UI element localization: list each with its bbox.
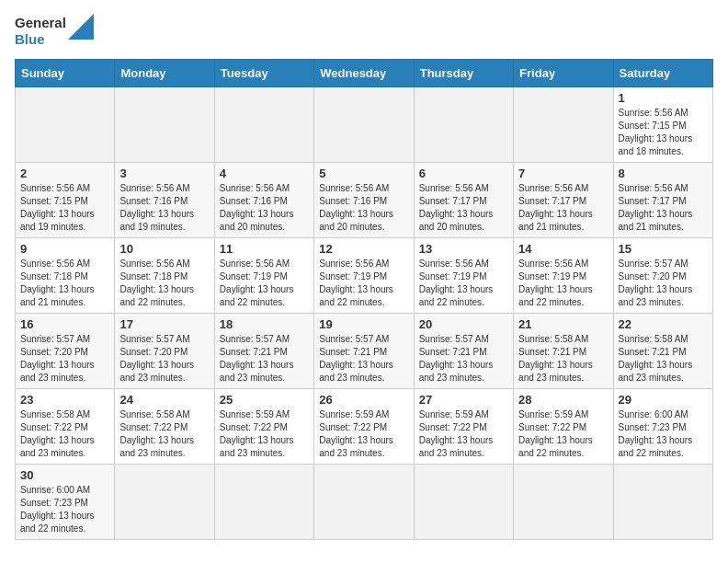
calendar-day-cell: 22Sunrise: 5:58 AM Sunset: 7:21 PM Dayli… xyxy=(613,314,712,389)
calendar-day-cell: 20Sunrise: 5:57 AM Sunset: 7:21 PM Dayli… xyxy=(414,314,513,389)
day-info: Sunrise: 5:56 AM Sunset: 7:19 PM Dayligh… xyxy=(319,258,408,309)
calendar-day-cell xyxy=(115,465,214,540)
day-info: Sunrise: 6:00 AM Sunset: 7:23 PM Dayligh… xyxy=(619,408,708,460)
calendar-day-cell: 1Sunrise: 5:56 AM Sunset: 7:15 PM Daylig… xyxy=(613,87,712,163)
day-number: 18 xyxy=(220,317,309,331)
day-number: 1 xyxy=(619,91,708,105)
calendar-week-row: 30Sunrise: 6:00 AM Sunset: 7:23 PM Dayli… xyxy=(16,465,713,540)
day-number: 20 xyxy=(419,317,508,331)
calendar-day-cell: 11Sunrise: 5:56 AM Sunset: 7:19 PM Dayli… xyxy=(214,238,313,314)
calendar-day-cell xyxy=(214,465,313,540)
calendar-day-cell: 5Sunrise: 5:56 AM Sunset: 7:16 PM Daylig… xyxy=(314,163,414,238)
day-number: 10 xyxy=(119,242,209,256)
calendar-day-cell xyxy=(414,87,513,163)
header-thursday: Thursday xyxy=(414,60,513,87)
day-number: 29 xyxy=(619,393,708,407)
header-row: SundayMondayTuesdayWednesdayThursdayFrid… xyxy=(16,60,713,87)
day-info: Sunrise: 5:57 AM Sunset: 7:20 PM Dayligh… xyxy=(119,333,209,385)
calendar-day-cell xyxy=(514,465,613,540)
calendar-day-cell: 17Sunrise: 5:57 AM Sunset: 7:20 PM Dayli… xyxy=(115,314,214,389)
day-info: Sunrise: 5:58 AM Sunset: 7:22 PM Dayligh… xyxy=(20,408,109,460)
day-number: 8 xyxy=(619,167,708,180)
day-info: Sunrise: 5:56 AM Sunset: 7:19 PM Dayligh… xyxy=(419,258,508,309)
day-number: 11 xyxy=(220,242,309,256)
day-info: Sunrise: 5:56 AM Sunset: 7:17 PM Dayligh… xyxy=(619,182,708,234)
day-number: 3 xyxy=(119,167,209,180)
calendar-body: 1Sunrise: 5:56 AM Sunset: 7:15 PM Daylig… xyxy=(16,87,713,540)
day-info: Sunrise: 5:56 AM Sunset: 7:19 PM Dayligh… xyxy=(518,258,608,309)
calendar-day-cell xyxy=(16,87,115,163)
day-number: 19 xyxy=(319,317,408,331)
logo-triangle-icon xyxy=(68,14,94,40)
calendar-day-cell xyxy=(314,87,414,163)
calendar-week-row: 16Sunrise: 5:57 AM Sunset: 7:20 PM Dayli… xyxy=(16,314,713,389)
day-number: 15 xyxy=(619,242,708,256)
calendar-day-cell: 9Sunrise: 5:56 AM Sunset: 7:18 PM Daylig… xyxy=(16,238,115,314)
calendar-day-cell: 23Sunrise: 5:58 AM Sunset: 7:22 PM Dayli… xyxy=(16,389,115,465)
day-number: 25 xyxy=(220,393,309,407)
calendar-day-cell: 18Sunrise: 5:57 AM Sunset: 7:21 PM Dayli… xyxy=(214,314,313,389)
day-info: Sunrise: 6:00 AM Sunset: 7:23 PM Dayligh… xyxy=(20,484,109,535)
calendar-day-cell: 2Sunrise: 5:56 AM Sunset: 7:15 PM Daylig… xyxy=(16,163,115,238)
day-number: 30 xyxy=(20,468,109,482)
calendar-day-cell: 8Sunrise: 5:56 AM Sunset: 7:17 PM Daylig… xyxy=(613,163,712,238)
calendar-day-cell: 14Sunrise: 5:56 AM Sunset: 7:19 PM Dayli… xyxy=(514,238,613,314)
calendar-day-cell xyxy=(613,465,712,540)
header-wednesday: Wednesday xyxy=(314,60,414,87)
day-number: 9 xyxy=(20,242,109,256)
calendar-week-row: 9Sunrise: 5:56 AM Sunset: 7:18 PM Daylig… xyxy=(16,238,713,314)
calendar-day-cell xyxy=(115,87,214,163)
day-number: 27 xyxy=(419,393,508,407)
calendar-day-cell: 12Sunrise: 5:56 AM Sunset: 7:19 PM Dayli… xyxy=(314,238,414,314)
day-number: 21 xyxy=(518,317,608,331)
day-number: 7 xyxy=(518,167,608,180)
day-info: Sunrise: 5:56 AM Sunset: 7:16 PM Dayligh… xyxy=(119,182,209,234)
day-number: 16 xyxy=(20,317,109,331)
calendar-day-cell: 25Sunrise: 5:59 AM Sunset: 7:22 PM Dayli… xyxy=(214,389,313,465)
day-info: Sunrise: 5:57 AM Sunset: 7:20 PM Dayligh… xyxy=(619,258,708,309)
day-info: Sunrise: 5:56 AM Sunset: 7:15 PM Dayligh… xyxy=(20,182,109,234)
day-number: 17 xyxy=(119,317,209,331)
day-info: Sunrise: 5:58 AM Sunset: 7:22 PM Dayligh… xyxy=(119,408,209,460)
header-tuesday: Tuesday xyxy=(214,60,313,87)
calendar-day-cell xyxy=(214,87,313,163)
day-info: Sunrise: 5:56 AM Sunset: 7:18 PM Dayligh… xyxy=(119,258,209,309)
calendar-table: SundayMondayTuesdayWednesdayThursdayFrid… xyxy=(15,59,713,540)
day-number: 5 xyxy=(319,167,408,180)
calendar-day-cell xyxy=(314,465,414,540)
calendar-day-cell: 7Sunrise: 5:56 AM Sunset: 7:17 PM Daylig… xyxy=(514,163,613,238)
calendar-header: SundayMondayTuesdayWednesdayThursdayFrid… xyxy=(16,60,713,87)
calendar-week-row: 1Sunrise: 5:56 AM Sunset: 7:15 PM Daylig… xyxy=(16,87,713,163)
day-info: Sunrise: 5:57 AM Sunset: 7:21 PM Dayligh… xyxy=(319,333,408,385)
day-number: 14 xyxy=(518,242,608,256)
calendar-day-cell: 19Sunrise: 5:57 AM Sunset: 7:21 PM Dayli… xyxy=(314,314,414,389)
calendar-week-row: 2Sunrise: 5:56 AM Sunset: 7:15 PM Daylig… xyxy=(16,163,713,238)
header-friday: Friday xyxy=(514,60,613,87)
day-info: Sunrise: 5:56 AM Sunset: 7:18 PM Dayligh… xyxy=(20,258,109,309)
calendar-day-cell: 26Sunrise: 5:59 AM Sunset: 7:22 PM Dayli… xyxy=(314,389,414,465)
day-info: Sunrise: 5:56 AM Sunset: 7:16 PM Dayligh… xyxy=(220,182,309,234)
day-number: 22 xyxy=(619,317,708,331)
logo-text: General Blue xyxy=(15,15,66,48)
day-number: 2 xyxy=(20,167,109,180)
day-number: 28 xyxy=(518,393,608,407)
day-info: Sunrise: 5:59 AM Sunset: 7:22 PM Dayligh… xyxy=(319,408,408,460)
day-number: 12 xyxy=(319,242,408,256)
day-info: Sunrise: 5:59 AM Sunset: 7:22 PM Dayligh… xyxy=(518,408,608,460)
day-info: Sunrise: 5:59 AM Sunset: 7:22 PM Dayligh… xyxy=(419,408,508,460)
calendar-day-cell: 27Sunrise: 5:59 AM Sunset: 7:22 PM Dayli… xyxy=(414,389,513,465)
day-info: Sunrise: 5:56 AM Sunset: 7:17 PM Dayligh… xyxy=(419,182,508,234)
header-saturday: Saturday xyxy=(613,60,712,87)
calendar-day-cell: 6Sunrise: 5:56 AM Sunset: 7:17 PM Daylig… xyxy=(414,163,513,238)
calendar-day-cell: 13Sunrise: 5:56 AM Sunset: 7:19 PM Dayli… xyxy=(414,238,513,314)
day-number: 23 xyxy=(20,393,109,407)
day-info: Sunrise: 5:59 AM Sunset: 7:22 PM Dayligh… xyxy=(220,408,309,460)
day-number: 13 xyxy=(419,242,508,256)
calendar-day-cell: 10Sunrise: 5:56 AM Sunset: 7:18 PM Dayli… xyxy=(115,238,214,314)
day-info: Sunrise: 5:56 AM Sunset: 7:15 PM Dayligh… xyxy=(619,107,708,158)
calendar-day-cell: 30Sunrise: 6:00 AM Sunset: 7:23 PM Dayli… xyxy=(16,465,115,540)
calendar-day-cell xyxy=(514,87,613,163)
logo: General Blue xyxy=(15,15,94,48)
header-monday: Monday xyxy=(115,60,214,87)
calendar-day-cell: 29Sunrise: 6:00 AM Sunset: 7:23 PM Dayli… xyxy=(613,389,712,465)
